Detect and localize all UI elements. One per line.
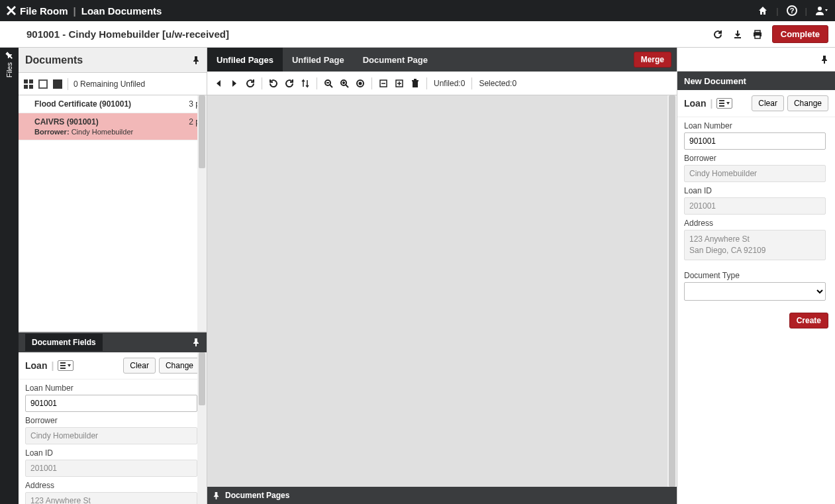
pin-icon[interactable]: [192, 56, 200, 64]
tab-document-page[interactable]: Document Page: [354, 48, 437, 72]
svg-rect-9: [60, 368, 66, 369]
svg-rect-7: [60, 362, 66, 364]
list-dropdown-icon[interactable]: [58, 360, 74, 371]
tab-unfiled-page[interactable]: Unfiled Page: [283, 48, 354, 72]
svg-rect-27: [719, 100, 724, 101]
download-icon[interactable]: [732, 29, 743, 40]
viewer-toolbar: Unfiled:0 Selected:0: [207, 72, 677, 95]
document-fields-tab[interactable]: Document Fields: [25, 334, 103, 351]
grid-view-icon[interactable]: [24, 79, 33, 89]
change-button[interactable]: Change: [787, 95, 828, 111]
pin-icon[interactable]: [192, 338, 200, 346]
rotate-left-icon[interactable]: [269, 79, 278, 88]
arrow-right-icon[interactable]: [230, 79, 239, 88]
center-tabs-bar: Unfiled Pages Unfiled Page Document Page…: [207, 48, 677, 72]
loan-title: 901001 - Cindy Homebuilder [u/w-received…: [26, 28, 229, 40]
address-readonly: 123 Anywhere St San Diego, CA 92109: [684, 230, 826, 260]
svg-point-2: [818, 7, 822, 11]
zoom-out-icon[interactable]: [324, 79, 333, 88]
loan-id-readonly: 201001: [25, 460, 197, 477]
scrollbar[interactable]: [197, 95, 207, 331]
list-dropdown-icon[interactable]: [716, 98, 732, 109]
collapse-icon[interactable]: [53, 79, 62, 89]
svg-point-18: [360, 82, 362, 84]
documents-title: Documents: [25, 54, 83, 66]
address-readonly: 123 Anywhere St: [25, 492, 197, 504]
refresh-icon[interactable]: [246, 79, 255, 88]
unfiled-status: Unfiled:0: [434, 79, 465, 88]
loan-id-label: Loan ID: [684, 186, 826, 195]
complete-button[interactable]: Complete: [772, 25, 828, 43]
borrower-label: Borrower:: [34, 128, 70, 136]
document-type-select[interactable]: [684, 282, 826, 301]
right-pin-bar: [677, 48, 835, 72]
remaining-unfiled-label: 0 Remaining Unfiled: [74, 79, 145, 89]
svg-rect-3: [734, 37, 741, 38]
bottom-bar: Document Pages: [207, 487, 677, 504]
trash-icon[interactable]: [411, 79, 420, 88]
svg-rect-29: [719, 105, 724, 107]
print-icon[interactable]: [752, 29, 763, 40]
zoom-fit-icon[interactable]: [356, 79, 365, 88]
svg-rect-6: [755, 35, 760, 38]
loan-label: Loan: [25, 360, 47, 371]
address-label: Address: [25, 481, 197, 490]
loan-number-label: Loan Number: [25, 383, 197, 393]
app-logo-icon: [7, 6, 16, 15]
top-bar: File Room | Loan Documents | ? |: [0, 0, 835, 21]
documents-toolbar: 0 Remaining Unfiled: [19, 73, 207, 95]
svg-rect-24: [413, 81, 418, 87]
loan-id-readonly: 201001: [684, 197, 826, 215]
help-icon[interactable]: ?: [787, 5, 797, 16]
pin-icon[interactable]: [5, 52, 13, 60]
loan-number-input[interactable]: [25, 395, 197, 412]
svg-text:?: ?: [789, 7, 794, 15]
change-button[interactable]: Change: [159, 358, 200, 374]
svg-line-11: [330, 85, 332, 87]
borrower-label: Borrower: [25, 416, 197, 425]
create-button[interactable]: Create: [789, 313, 828, 328]
sub-header: 901001 - Cindy Homebuilder [u/w-received…: [0, 21, 835, 48]
left-rail: Files: [0, 48, 19, 504]
borrower-readonly: Cindy Homebuilder: [25, 427, 197, 444]
svg-rect-25: [412, 80, 418, 81]
scrollbar[interactable]: [667, 95, 677, 487]
minus-box-icon[interactable]: [379, 79, 388, 88]
breadcrumb-separator: |: [74, 5, 76, 17]
svg-rect-8: [60, 365, 66, 366]
home-icon[interactable]: [758, 5, 768, 16]
refresh-icon[interactable]: [712, 29, 723, 40]
expand-icon[interactable]: [38, 79, 48, 89]
clear-button[interactable]: Clear: [752, 95, 784, 111]
borrower-readonly: Cindy Homebuilder: [684, 165, 826, 182]
pin-icon[interactable]: [820, 56, 828, 64]
selected-status: Selected:0: [479, 79, 516, 88]
document-pages-label[interactable]: Document Pages: [225, 491, 289, 500]
documents-header: Documents: [19, 48, 207, 73]
address-label: Address: [684, 219, 826, 228]
svg-rect-28: [719, 103, 724, 104]
page-viewer: [207, 95, 677, 487]
svg-rect-4: [755, 30, 760, 32]
plus-box-icon[interactable]: [395, 79, 404, 88]
rotate-right-icon[interactable]: [285, 79, 294, 88]
loan-number-input[interactable]: [684, 132, 826, 150]
loan-id-label: Loan ID: [25, 448, 197, 458]
pin-icon[interactable]: [213, 492, 220, 499]
zoom-in-icon[interactable]: [340, 79, 349, 88]
document-item[interactable]: Flood Certificate (901001) 3 p: [19, 95, 207, 113]
sort-icon[interactable]: [301, 79, 310, 88]
document-type-label: Document Type: [684, 271, 826, 280]
loan-number-label: Loan Number: [684, 121, 826, 130]
document-item-name: Flood Certificate (901001): [34, 99, 131, 109]
user-menu-icon[interactable]: [815, 5, 828, 16]
document-item-name: CAIVRS (901001): [34, 117, 133, 126]
clear-button[interactable]: Clear: [123, 358, 156, 374]
document-item[interactable]: CAIVRS (901001) Borrower: Cindy Homebuil…: [19, 113, 207, 140]
tab-unfiled-pages[interactable]: Unfiled Pages: [207, 48, 283, 72]
merge-button[interactable]: Merge: [634, 52, 671, 68]
section-name: Loan Documents: [81, 5, 162, 17]
scrollbar[interactable]: [197, 352, 207, 504]
rail-files-label[interactable]: Files: [5, 62, 13, 77]
arrow-left-icon[interactable]: [214, 79, 223, 88]
